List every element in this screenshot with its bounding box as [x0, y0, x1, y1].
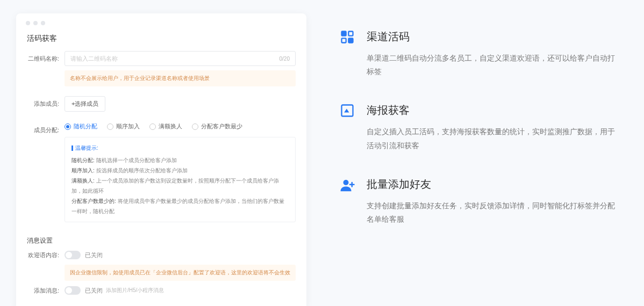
add-member-button[interactable]: +选择成员: [65, 96, 105, 112]
welcome-label: 欢迎语内容:: [27, 251, 59, 259]
user-plus-icon: [339, 177, 356, 194]
window-dot: [33, 21, 38, 25]
feature-batch-add: 批量添加好友 支持创建批量添加好友任务，实时反馈添加详情，同时智能化打标签并分配…: [339, 177, 628, 226]
svg-rect-1: [348, 32, 353, 36]
addmsg-extra: 添加图片/H5/小程序消息: [106, 287, 164, 294]
tip-label: 满额换人:: [71, 178, 95, 184]
radio-overflow[interactable]: 满额换人: [149, 122, 182, 130]
window-dot: [41, 21, 45, 25]
add-member-label: 添加成员:: [27, 96, 59, 108]
radio-random[interactable]: 随机分配: [65, 122, 97, 130]
radio-icon: [149, 123, 156, 130]
qrcode-name-hint: 名称不会展示给用户，用于企业记录渠道名称或者使用场景: [65, 70, 296, 86]
window-dot: [26, 21, 30, 25]
svg-rect-2: [342, 38, 346, 42]
grid-icon: [339, 30, 356, 47]
input-counter: 0/20: [280, 56, 290, 62]
tip-label: 分配客户数最少的:: [71, 198, 116, 204]
tip-text: 上一个成员添加的客户数达到设定数量时，按照顺序分配下一个成员给客户添加，如此循环: [71, 178, 279, 194]
feature-title: 海报获客: [367, 103, 628, 118]
feature-channel-code: 渠道活码 单渠道二维码自动分流多名员工，自定义渠道欢迎语，还可以给客户自动打标签: [339, 30, 628, 78]
radio-sequential[interactable]: 顺序加入: [107, 122, 140, 130]
feature-poster: 海报获客 自定义插入员工活码，支持海报获客数量的统计，实时监测推广数据，用于活动…: [339, 103, 628, 152]
svg-rect-3: [348, 38, 353, 42]
radio-least[interactable]: 分配客户数最少: [192, 122, 242, 130]
feature-desc: 单渠道二维码自动分流多名员工，自定义渠道欢迎语，还可以给客户自动打标签: [367, 52, 619, 78]
feature-title: 批量添加好友: [367, 177, 628, 192]
svg-rect-0: [342, 32, 346, 36]
radio-label: 分配客户数最少: [201, 122, 242, 130]
message-section-header: 消息设置: [16, 229, 306, 251]
window-controls: [16, 13, 306, 31]
welcome-toggle[interactable]: [65, 251, 81, 259]
tip-text: 随机选择一个成员分配给客户添加: [96, 157, 177, 163]
addmsg-state: 已关闭: [85, 287, 103, 295]
addmsg-label: 添加消息:: [27, 287, 59, 295]
addmsg-toggle[interactable]: [65, 286, 81, 295]
welcome-hint: 因企业微信限制，如使用成员已在「企业微信后台」配置了欢迎语，这里的欢迎语将不会生…: [65, 265, 296, 281]
features-list: 渠道活码 单渠道二维码自动分流多名员工，自定义渠道欢迎语，还可以给客户自动打标签…: [339, 13, 628, 306]
tip-text: 按选择成员的顺序依次分配给客户添加: [96, 167, 188, 173]
radio-icon: [192, 123, 198, 130]
tip-label: 随机分配:: [71, 157, 95, 163]
qrcode-name-label: 二维码名称:: [27, 51, 59, 63]
tips-title: 温馨提示:: [71, 143, 289, 153]
assign-label: 成员分配:: [27, 122, 59, 134]
feature-desc: 支持创建批量添加好友任务，实时反馈添加详情，同时智能化打标签并分配名单给客服: [367, 199, 619, 226]
svg-point-5: [344, 180, 349, 185]
radio-icon: [107, 123, 113, 130]
radio-label: 满额换人: [159, 122, 182, 130]
image-icon: [339, 103, 356, 120]
tips-box: 温馨提示: 随机分配: 随机选择一个成员分配给客户添加 顺序加入: 按选择成员的…: [65, 137, 296, 222]
feature-desc: 自定义插入员工活码，支持海报获客数量的统计，实时监测推广数据，用于活动引流和获客: [367, 125, 619, 152]
input-placeholder: 请输入二维码名称: [70, 55, 118, 63]
radio-label: 顺序加入: [116, 122, 140, 130]
radio-icon: [65, 123, 71, 130]
radio-label: 随机分配: [74, 122, 97, 130]
feature-title: 渠道活码: [367, 30, 628, 44]
welcome-state: 已关闭: [85, 251, 103, 259]
tip-label: 顺序加入:: [71, 167, 95, 173]
settings-panel: 活码获客 二维码名称: 请输入二维码名称 0/20 名称不会展示给用户，用于企业…: [16, 13, 306, 306]
panel-title: 活码获客: [16, 31, 306, 51]
qrcode-name-input[interactable]: 请输入二维码名称 0/20: [65, 51, 296, 66]
